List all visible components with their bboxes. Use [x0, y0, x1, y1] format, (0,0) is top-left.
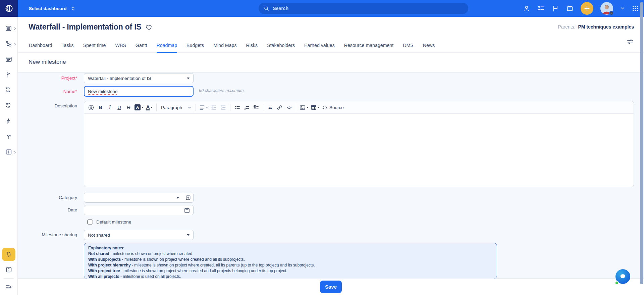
project-tab[interactable]: DMS [403, 38, 414, 53]
note-line: With subprojects - milestone is shown on… [88, 257, 493, 262]
sidebar-item-sync-2[interactable] [0, 98, 18, 113]
highlight-button[interactable]: A [133, 103, 145, 112]
inline-code-button[interactable]: <> [284, 103, 293, 112]
heading-dropdown[interactable]: Paragraph [159, 103, 193, 112]
search-input[interactable] [272, 5, 463, 11]
bold-button[interactable]: B [96, 103, 105, 112]
date-input[interactable] [84, 205, 194, 215]
outdent-button[interactable] [209, 103, 218, 112]
default-milestone-checkbox[interactable] [87, 219, 93, 225]
project-tab[interactable]: Earned values [304, 38, 335, 53]
user-icon[interactable] [523, 5, 530, 12]
checklist-icon[interactable] [537, 5, 545, 12]
page-title: Waterfall - Implementation of IS [29, 22, 152, 32]
project-tab[interactable]: Spent time [83, 38, 106, 53]
easy-software-logo[interactable] [0, 0, 18, 17]
quick-add-button[interactable] [581, 2, 593, 15]
description-editor: B I U S A A Paragraph [84, 101, 634, 187]
indent-button[interactable] [219, 103, 228, 112]
global-search[interactable] [259, 3, 468, 14]
name-input[interactable]: New milestone [84, 86, 194, 97]
chevron-down-icon[interactable] [620, 6, 625, 11]
sharing-select[interactable]: Not shared [84, 230, 194, 240]
sidebar-item-add[interactable] [0, 144, 18, 160]
project-tab[interactable]: Tasks [61, 38, 73, 53]
numbered-list-button[interactable]: 12 [242, 103, 251, 112]
sidebar-item-sync[interactable] [0, 83, 18, 98]
project-tab[interactable]: Mind Maps [213, 38, 236, 53]
page-settings-button[interactable] [627, 38, 634, 45]
chevron-right-icon [14, 151, 16, 154]
strikethrough-button[interactable]: S [124, 103, 133, 112]
name-label: Name* [18, 86, 77, 97]
sidebar-item-window-form[interactable] [0, 52, 18, 67]
insert-image-button[interactable] [299, 103, 310, 112]
source-button-label: Source [329, 105, 344, 110]
project-tab[interactable]: Budgets [186, 38, 204, 53]
note-line: Not shared - milestone is shown on proje… [88, 251, 493, 257]
dashboard-selector[interactable]: Select dashboard [29, 6, 76, 11]
note-line: With project tree - milestone is shown o… [88, 268, 493, 274]
sidebar-item-branch[interactable] [0, 129, 18, 144]
project-tab[interactable]: News [423, 38, 435, 53]
project-tab[interactable]: Dashboard [29, 38, 52, 53]
category-control [84, 193, 194, 203]
project-tabs: Dashboard Tasks Spent time WBS Gantt Roa… [29, 38, 435, 53]
calendar-icon[interactable] [184, 207, 190, 213]
accessibility-help-button[interactable] [87, 103, 96, 112]
project-tab[interactable]: Stakeholders [267, 38, 295, 53]
heading-dropdown-value: Paragraph [161, 105, 182, 110]
user-avatar[interactable]: – [600, 2, 613, 15]
link-button[interactable] [275, 103, 284, 112]
divider [156, 104, 157, 111]
block-quote-button[interactable]: “ [266, 103, 275, 112]
sidebar-item-hierarchy[interactable] [0, 36, 18, 52]
divider [263, 104, 263, 111]
divider [4, 278, 14, 279]
bulleted-list-button[interactable] [233, 103, 242, 112]
sharing-label: Milestone sharing [18, 230, 77, 240]
collapse-menu-button[interactable] [5, 284, 12, 291]
add-category-button[interactable] [183, 193, 193, 202]
insert-table-button[interactable] [310, 103, 321, 112]
project-select-value: Waterfall - Implementation of IS [88, 76, 151, 81]
save-button[interactable]: Save [320, 281, 342, 293]
project-tab[interactable]: WBS [115, 38, 126, 53]
notifications-button[interactable] [2, 248, 15, 261]
italic-button[interactable]: I [105, 103, 114, 112]
lightning-icon [5, 118, 12, 125]
page-scrollbar-thumb[interactable] [640, 2, 643, 284]
bell-icon [5, 251, 12, 258]
underline-button[interactable]: U [115, 103, 124, 112]
project-tab[interactable]: Roadmap [157, 38, 177, 53]
chat-online-dot [615, 281, 619, 285]
calendar-icon[interactable] [566, 5, 574, 12]
font-color-button[interactable]: A [145, 103, 154, 112]
dashboard-selector-label: Select dashboard [29, 6, 67, 11]
project-label: Project* [18, 73, 77, 83]
parents-label: Parents: [558, 24, 575, 30]
search-icon [264, 6, 269, 11]
note-line: With project hierarchy - milestone is sh… [88, 262, 493, 268]
flag-icon[interactable] [552, 5, 559, 12]
dropdown-caret-icon [187, 78, 190, 79]
parents-link[interactable]: PM techniques examples [578, 24, 634, 30]
alignment-button[interactable] [198, 103, 209, 112]
category-select[interactable] [84, 193, 183, 202]
sidebar-item-quick-actions[interactable] [0, 113, 18, 129]
apps-grid-icon[interactable] [632, 5, 639, 12]
chevron-right-icon [14, 27, 16, 30]
to-do-list-button[interactable] [252, 103, 261, 112]
project-tab[interactable]: Resource management [344, 38, 393, 53]
favorite-heart-icon[interactable] [146, 24, 152, 31]
info-icon [5, 266, 12, 273]
project-tab[interactable]: Risks [246, 38, 258, 53]
editor-toolbar: B I U S A A Paragraph [84, 101, 634, 114]
sidebar-item-milestone-flag[interactable] [0, 67, 18, 83]
sidebar-item-modules[interactable] [0, 21, 18, 36]
source-button[interactable]: Source [321, 103, 345, 112]
project-tab[interactable]: Gantt [136, 38, 147, 53]
info-button[interactable] [5, 266, 12, 273]
project-select[interactable]: Waterfall - Implementation of IS [84, 73, 194, 83]
description-editing-area[interactable] [84, 114, 634, 187]
